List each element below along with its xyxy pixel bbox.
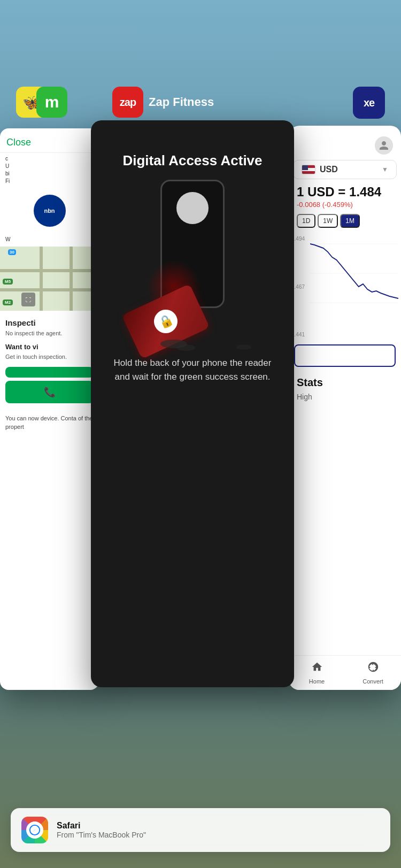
nfc-instruction: Hold the back of your phone the reader a… bbox=[91, 351, 294, 400]
want-to-visit-text: Get in touch inspection. bbox=[5, 353, 94, 361]
timeframe-1m[interactable]: 1M bbox=[340, 214, 360, 228]
safari-compass-icon bbox=[26, 821, 43, 839]
chart-line bbox=[310, 244, 398, 298]
nav-convert[interactable]: Convert bbox=[345, 656, 401, 690]
close-button[interactable]: Close bbox=[6, 137, 31, 148]
us-flag-icon bbox=[302, 165, 315, 174]
currency-code: USD bbox=[320, 165, 338, 174]
call-button[interactable]: 📞 bbox=[5, 381, 94, 403]
xe-user-avatar[interactable] bbox=[375, 136, 393, 155]
timeframe-1w[interactable]: 1W bbox=[318, 214, 338, 228]
phone-camera bbox=[176, 192, 209, 224]
amount-input[interactable] bbox=[294, 344, 396, 367]
map-label-m2: M2 bbox=[3, 299, 13, 305]
svg-marker-5 bbox=[33, 831, 34, 832]
shadow-3 bbox=[236, 344, 251, 350]
nbn-logo: nbn bbox=[34, 195, 66, 227]
map-crop-icon[interactable]: ⛶ bbox=[21, 293, 35, 306]
timeframe-1d[interactable]: 1D bbox=[297, 214, 315, 228]
inspection-title: Inspecti bbox=[5, 318, 94, 327]
lock-icon: 🔒 bbox=[150, 306, 181, 337]
want-to-visit-title: Want to vi bbox=[5, 343, 94, 351]
right-card: USD ▼ 1 USD = 1.484 -0.0068 (-0.459%) 1D… bbox=[289, 126, 401, 690]
exchange-rate: 1 USD = 1.484 bbox=[289, 179, 401, 201]
rate-change: -0.0068 (-0.459%) bbox=[289, 201, 401, 214]
left-card: Close c U bi Fi nbn W 30 M5 M2 ⛶ bbox=[0, 128, 99, 690]
map-road-v1 bbox=[40, 247, 43, 311]
currency-selector[interactable]: USD ▼ bbox=[293, 160, 397, 179]
nav-home-label: Home bbox=[309, 678, 325, 685]
left-card-text: W bbox=[0, 234, 99, 244]
shadow-2 bbox=[176, 344, 195, 351]
middle-card: Digital Access Active 🔒 Hold the back of… bbox=[91, 120, 294, 687]
timeframe-selector: 1D 1W 1M bbox=[289, 214, 401, 233]
svg-point-3 bbox=[30, 825, 40, 835]
nfc-illustration: 🔒 bbox=[118, 180, 267, 351]
map-area: 30 M5 M2 ⛶ bbox=[0, 247, 99, 311]
xe-bottom-nav: Home Convert bbox=[289, 655, 401, 690]
safari-app-icon bbox=[21, 817, 48, 843]
left-card-header: Close bbox=[0, 128, 99, 153]
convert-icon bbox=[367, 661, 379, 676]
map-label-30: 30 bbox=[8, 249, 16, 255]
inspection-section: Inspecti No inspecti the agent. Want to … bbox=[0, 313, 99, 409]
phone-icon: 📞 bbox=[44, 386, 56, 398]
nav-convert-label: Convert bbox=[363, 678, 383, 685]
zap-fitness-group[interactable]: zap Zap Fitness bbox=[112, 87, 214, 118]
xe-icon-label[interactable]: xe bbox=[353, 87, 385, 119]
stats-heading: Stats bbox=[289, 371, 401, 391]
dropdown-arrow-icon[interactable]: ▼ bbox=[382, 166, 388, 173]
map-road-v2 bbox=[70, 247, 73, 311]
xe-app-icon[interactable]: xe bbox=[353, 87, 385, 119]
airdrop-subtitle: From "Tim's MacBook Pro" bbox=[57, 831, 380, 839]
zap-app-icon[interactable]: zap bbox=[112, 87, 143, 118]
contact-button[interactable] bbox=[5, 367, 94, 378]
home-icon bbox=[311, 661, 323, 676]
left-card-intro-text: c U bi Fi bbox=[0, 153, 99, 187]
m-app-icon[interactable]: m bbox=[36, 87, 67, 118]
airdrop-text-group: Safari From "Tim's MacBook Pro" bbox=[57, 821, 380, 839]
nbn-logo-area: nbn bbox=[0, 190, 99, 231]
digital-access-title: Digital Access Active bbox=[106, 120, 278, 180]
device-notice-text: You can now device. Conta of the propert bbox=[0, 409, 99, 437]
chart-svg bbox=[291, 233, 398, 313]
map-road-h2 bbox=[0, 288, 99, 291]
inspection-text: No inspecti the agent. bbox=[5, 329, 94, 337]
xe-header bbox=[289, 126, 401, 160]
flag-canton bbox=[302, 165, 308, 170]
map-label-m5: M5 bbox=[3, 279, 13, 285]
svg-marker-4 bbox=[33, 828, 36, 832]
nav-home[interactable]: Home bbox=[289, 656, 345, 690]
exchange-rate-chart: 1.494 1.467 1.441 bbox=[289, 233, 401, 340]
airdrop-app-name: Safari bbox=[57, 821, 380, 831]
stats-high-label: High bbox=[289, 391, 401, 402]
zap-app-label: Zap Fitness bbox=[149, 95, 214, 109]
map-road-h1 bbox=[0, 269, 99, 272]
app-switcher: 🦋 m zap Zap Fitness xe ‹ Close c U bi Fi… bbox=[0, 0, 401, 868]
airdrop-safari-bar[interactable]: Safari From "Tim's MacBook Pro" bbox=[11, 808, 390, 852]
